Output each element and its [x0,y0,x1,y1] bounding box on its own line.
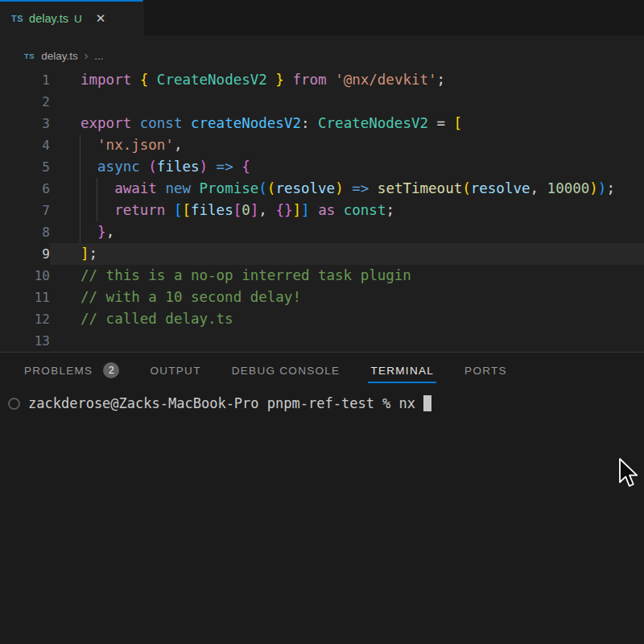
code-token: => [344,180,378,196]
code-token: 0 [242,202,250,218]
code-line[interactable]: 11// with a 10 second delay! [0,287,644,308]
code-token: '@nx/devkit' [335,72,436,88]
code-line[interactable]: 2 [0,91,644,113]
panel-tab-label: PORTS [464,365,507,377]
code-token: , [258,202,275,218]
panel-tab-bar: PROBLEMS2OUTPUTDEBUG CONSOLETERMINALPORT… [0,353,644,388]
indent-guide [97,178,97,221]
breadcrumb-symbol-ellipsis[interactable]: ... [94,50,103,62]
code-editor[interactable]: 1import { CreateNodesV2 } from '@nx/devk… [0,68,644,350]
code-token: ; [437,72,446,88]
code-line[interactable]: 4 'nx.json', [0,134,644,156]
code-token [80,159,97,175]
code-text: export const createNodesV2: CreateNodesV… [50,113,644,134]
code-token: ] [80,246,89,262]
terminal-command: nx [399,395,415,411]
code-token: ) [335,180,344,196]
panel-tab-terminal[interactable]: TERMINAL [370,353,434,388]
code-token: ; [606,180,615,196]
code-line[interactable]: 10// this is a no-op interred task plugi… [0,265,644,287]
code-token: ; [386,202,394,218]
line-number[interactable]: 7 [0,200,50,221]
code-token: ] [301,202,310,218]
code-line[interactable]: 3export const createNodesV2: CreateNodes… [0,113,644,134]
code-token: resolve [275,180,335,196]
terminal[interactable]: zackderose@Zacks-MacBook-Pro pnpm-ref-te… [0,395,644,411]
code-token: ( [148,159,157,175]
code-line[interactable]: 5 async (files) => { [0,156,644,178]
code-token: [ [454,115,463,131]
code-token [80,137,97,153]
tab-delay-ts[interactable]: TS delay.ts U ✕ [0,0,143,35]
code-text: // with a 10 second delay! [50,287,644,308]
code-token: // called delay.ts [80,311,233,327]
breadcrumb-file[interactable]: delay.ts [41,50,78,62]
code-token: {} [275,202,292,218]
code-line[interactable]: 9]; [0,243,644,265]
code-text [50,330,644,352]
code-token: ; [89,246,98,262]
tab-filename: delay.ts [29,12,68,25]
code-token: [ [174,202,183,218]
line-number[interactable]: 6 [0,178,50,200]
code-line[interactable]: 1import { CreateNodesV2 } from '@nx/devk… [0,69,644,91]
code-token: : [301,115,318,131]
code-token: ) [200,159,208,175]
code-text: async (files) => { [50,156,644,178]
chevron-right-icon: › [85,49,89,62]
code-token: [ [182,202,191,218]
code-token: { [140,72,149,88]
code-token: as [310,202,344,218]
line-number[interactable]: 4 [0,134,50,156]
code-token: return [114,202,174,218]
line-number[interactable]: 1 [0,69,50,91]
git-status-badge: U [74,13,82,25]
code-token: const [344,202,386,218]
code-token: ] [293,202,302,218]
breadcrumb: TS delay.ts › ... [0,35,644,68]
code-token: , [174,137,183,153]
code-text: ]; [50,243,644,265]
typescript-file-icon: TS [24,52,35,60]
panel-tab-debug-console[interactable]: DEBUG CONSOLE [232,353,341,388]
code-token: { [242,159,250,175]
code-token: resolve [471,180,530,196]
code-line[interactable]: 12// called delay.ts [0,308,644,330]
line-number[interactable]: 10 [0,265,50,287]
code-token: ( [258,180,267,196]
line-number[interactable]: 9 [0,243,50,265]
panel-tab-output[interactable]: OUTPUT [150,353,200,388]
code-token: ) [598,180,607,196]
code-token: from [284,72,335,88]
command-decoration-circle-icon [8,398,20,410]
line-number[interactable]: 13 [0,330,50,352]
line-number[interactable]: 8 [0,221,50,243]
close-icon[interactable]: ✕ [96,11,106,26]
panel-tab-label: PROBLEMS [24,365,93,377]
code-token: CreateNodesV2 [318,115,428,131]
code-token: , [530,180,547,196]
code-token: 10000 [547,180,590,196]
code-token: files [191,202,233,218]
code-token [80,180,114,196]
panel-tab-problems[interactable]: PROBLEMS2 [24,353,119,388]
line-number[interactable]: 11 [0,287,50,308]
code-text: // called delay.ts [50,308,644,330]
indent-guide [80,134,80,243]
bottom-panel: PROBLEMS2OUTPUTDEBUG CONSOLETERMINALPORT… [0,352,644,644]
code-token: = [428,115,454,131]
line-number[interactable]: 3 [0,113,50,134]
problems-badge: 2 [103,362,119,378]
typescript-file-icon: TS [11,14,23,23]
code-token: => [208,159,242,175]
panel-tab-ports[interactable]: PORTS [464,353,507,388]
code-line[interactable]: 13 [0,330,644,352]
terminal-prompt: zackderose@Zacks-MacBook-Pro pnpm-ref-te… [28,395,390,411]
code-text: 'nx.json', [50,134,644,156]
code-token: const [140,115,191,131]
line-number[interactable]: 5 [0,156,50,178]
code-token: import [80,72,140,88]
line-number[interactable]: 12 [0,308,50,330]
code-line[interactable]: 8 }, [0,221,644,243]
line-number[interactable]: 2 [0,91,50,113]
